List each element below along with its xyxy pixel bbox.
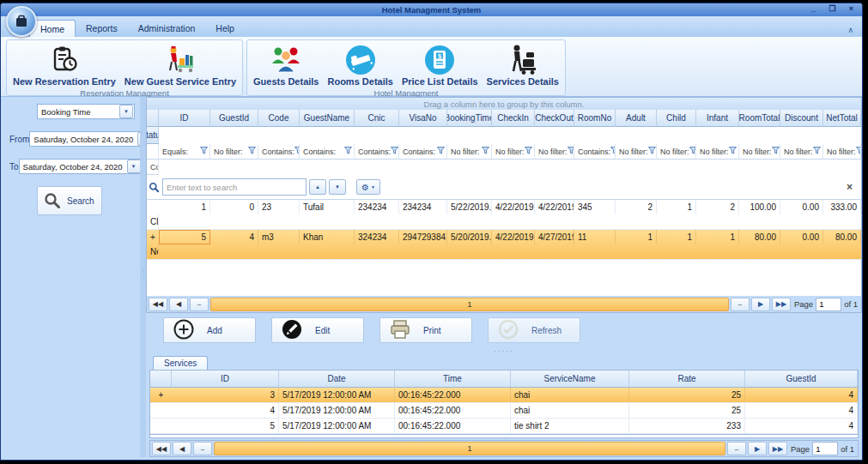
grid-cell-child[interactable]: 1: [657, 230, 696, 244]
grid-cell-time[interactable]: 00:16:45:22.000: [395, 419, 511, 433]
add-button[interactable]: Add: [163, 317, 256, 343]
column-header-nettotal[interactable]: NetTotal: [823, 110, 861, 127]
new-guest-service-entry-button[interactable]: New Guest Service Entry: [120, 42, 240, 88]
filter-cell-cnic[interactable]: Contains:: [355, 144, 399, 160]
grid-cell-servicename[interactable]: tie shirt 2: [511, 419, 629, 433]
grid-cell-roomno[interactable]: 11: [574, 230, 616, 244]
grid-cell-id[interactable]: 3: [172, 388, 279, 402]
grid-cell-adult[interactable]: 1: [616, 230, 657, 244]
prev-page-button[interactable]: ◀: [173, 442, 191, 455]
tab-help[interactable]: Help: [205, 20, 245, 37]
filter-cell-checkout[interactable]: No filter:: [535, 144, 574, 160]
next-page-button[interactable]: ▶: [751, 298, 770, 311]
from-date-picker[interactable]: Saturday, October 24, 2020 ▼: [29, 131, 153, 147]
grid-cell-date[interactable]: 5/17/2019 12:00:00 AM: [279, 419, 395, 433]
guests-details-button[interactable]: Guests Details: [249, 42, 323, 88]
close-button[interactable]: ×: [846, 4, 857, 14]
filter-cell-roomno[interactable]: Contains:: [574, 144, 616, 160]
grid-cell-checkout[interactable]: 4/22/2019...: [535, 200, 574, 214]
grid-search-input[interactable]: [162, 178, 307, 196]
last-page-button[interactable]: ▶▶: [772, 298, 791, 311]
column-header-guestid[interactable]: GuestId: [745, 371, 858, 388]
column-header-discount[interactable]: Discount: [780, 110, 823, 127]
grid-cell-id[interactable]: 4: [172, 403, 279, 418]
filter-funnel-icon[interactable]: [813, 147, 821, 156]
tab-administration[interactable]: Administration: [128, 20, 206, 37]
search-prev-button[interactable]: ▲: [309, 179, 326, 195]
grid-cell-servicename[interactable]: chai: [511, 403, 629, 418]
grid-cell-time[interactable]: 00:16:45:22.000: [395, 403, 511, 418]
filter-funnel-icon[interactable]: [648, 147, 656, 156]
grid-cell-bookingtime[interactable]: 5/20/2019...: [447, 230, 492, 244]
column-header-guestname[interactable]: GuestName: [300, 110, 355, 127]
tab-reports[interactable]: Reports: [76, 20, 128, 37]
filter-funnel-icon[interactable]: [200, 147, 208, 156]
filter-funnel-icon[interactable]: [729, 147, 737, 156]
column-header-child[interactable]: Child: [657, 110, 696, 127]
column-header-roomno[interactable]: RoomNo: [574, 110, 616, 127]
grid-cell-rate[interactable]: 25: [629, 403, 745, 418]
column-header-id[interactable]: ID: [172, 371, 279, 388]
column-header-rate[interactable]: Rate: [629, 371, 745, 388]
grid-cell-id[interactable]: 1: [159, 200, 210, 214]
grid-cell-guestid[interactable]: 4: [210, 230, 258, 244]
grid-cell-adult[interactable]: 2: [616, 200, 657, 214]
grid-cell-guestname[interactable]: Khan: [300, 230, 355, 244]
grid-cell-status[interactable]: New: [147, 244, 159, 259]
filter-cell-nettotal[interactable]: No filter:: [823, 144, 861, 160]
filter-funnel-icon[interactable]: [344, 147, 352, 156]
rooms-details-button[interactable]: Rooms Details: [323, 42, 397, 88]
filter-funnel-icon[interactable]: [248, 147, 256, 156]
prev-page-button[interactable]: ◀: [169, 298, 188, 311]
to-date-picker[interactable]: Saturday, October 24, 2020 ▼: [19, 159, 143, 174]
grid-cell-guestname[interactable]: Tufail: [300, 200, 355, 214]
grid-cell-guestid[interactable]: 4: [745, 419, 858, 433]
filter-cell-guestname[interactable]: Contains:: [300, 144, 355, 160]
table-row[interactable]: 45/17/2019 12:00:00 AM00:16:45:22.000cha…: [150, 403, 858, 419]
search-button[interactable]: Search: [37, 186, 102, 215]
column-header-bookingtime[interactable]: BookingTime: [447, 110, 492, 127]
tab-services[interactable]: Services: [153, 356, 208, 370]
application-button[interactable]: [6, 6, 37, 37]
restore-button[interactable]: ❐: [827, 4, 838, 14]
column-header-date[interactable]: Date: [279, 371, 395, 388]
new-reservation-entry-button[interactable]: New Reservation Entry: [9, 42, 120, 88]
column-header-cnic[interactable]: Cnic: [355, 110, 399, 127]
minimize-button[interactable]: _: [808, 4, 819, 14]
page-scroll-bar[interactable]: 1: [214, 442, 725, 455]
grid-cell-code[interactable]: m3: [258, 230, 300, 244]
grid-cell-visano[interactable]: 294729384...: [399, 230, 447, 244]
column-header-id[interactable]: ID: [159, 110, 210, 127]
column-header-adult[interactable]: Adult: [616, 110, 657, 127]
grid-cell-child[interactable]: 1: [657, 200, 696, 214]
first-page-button[interactable]: ◀◀: [149, 298, 167, 311]
pager-dash-button[interactable]: –: [731, 298, 750, 311]
column-header-checkout[interactable]: CheckOut: [535, 110, 574, 127]
grid-cell-nettotal[interactable]: 80.00: [823, 230, 861, 244]
search-options-button[interactable]: ⚙▼: [356, 179, 380, 195]
grid-cell-visano[interactable]: 234234: [399, 200, 447, 214]
filter-type-dropdown[interactable]: Booking Time ▼: [37, 104, 135, 119]
filter-funnel-icon[interactable]: [568, 147, 574, 156]
table-row[interactable]: 1023Tufail2342342342345/22/2019...4/22/2…: [147, 200, 861, 230]
grid-cell-rate[interactable]: 233: [629, 419, 745, 433]
pager-dash-button[interactable]: –: [190, 298, 209, 311]
filter-cell-status[interactable]: Cont...: [147, 160, 159, 175]
grid-cell-time[interactable]: 00:16:45:22.000: [395, 388, 511, 402]
grid-cell-guestid[interactable]: 4: [745, 403, 858, 418]
grid-cell-roomno[interactable]: 345: [574, 200, 616, 214]
grid-cell-checkin[interactable]: 4/22/2019...: [492, 230, 535, 244]
filter-cell-code[interactable]: Contains:: [258, 144, 300, 160]
filter-funnel-icon[interactable]: [772, 147, 780, 156]
horizontal-splitter[interactable]: ·····: [146, 347, 862, 354]
grid-cell-date[interactable]: 5/17/2019 12:00:00 AM: [279, 388, 395, 402]
filter-cell-checkin[interactable]: No filter:: [492, 144, 535, 160]
table-row[interactable]: +54m3Khan324234294729384...5/20/2019...4…: [147, 230, 861, 260]
filter-funnel-icon[interactable]: [856, 147, 861, 156]
filter-cell-bookingtime[interactable]: No filter:: [447, 144, 492, 160]
chevron-down-icon[interactable]: ▼: [119, 105, 133, 118]
filter-funnel-icon[interactable]: [391, 147, 398, 156]
refresh-button[interactable]: Refresh: [488, 317, 580, 343]
grid-cell-checkout[interactable]: 4/27/2019...: [535, 230, 574, 244]
column-header-roomtotal[interactable]: RoomTotal: [739, 110, 780, 127]
